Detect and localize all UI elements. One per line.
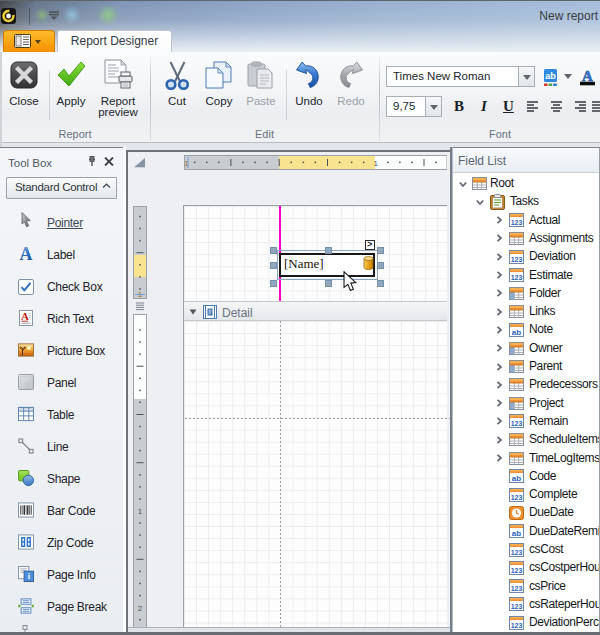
svg-text:A: A (20, 246, 33, 262)
svg-text:1: 1 (138, 507, 143, 516)
svg-text:2: 2 (138, 604, 143, 613)
svg-text:1: 1 (373, 159, 378, 168)
svg-text:A: A (21, 310, 29, 322)
svg-text:A: A (582, 68, 593, 84)
svg-text:1: 1 (184, 159, 189, 168)
svg-text:ab: ab (545, 71, 556, 81)
